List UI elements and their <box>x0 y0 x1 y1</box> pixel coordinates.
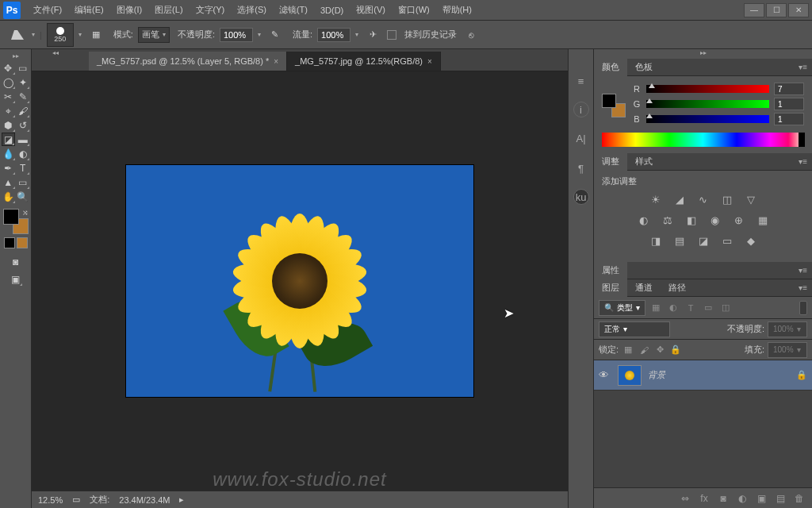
blur-tool[interactable]: 💧 <box>2 147 15 160</box>
airbrush-icon[interactable]: ✈ <box>363 25 382 44</box>
new-adjust-layer-icon[interactable]: ◐ <box>736 492 749 505</box>
tab-color[interactable]: 颜色 <box>594 59 627 76</box>
new-layer-icon[interactable]: ▤ <box>774 492 787 505</box>
curves-icon[interactable]: ∿ <box>695 192 711 206</box>
opacity-field[interactable]: 100% <box>220 28 253 42</box>
menu-view[interactable]: 视图(V) <box>350 0 392 21</box>
pen-tool[interactable]: ✒ <box>2 161 15 175</box>
fill-field[interactable]: 100% ▾ <box>768 342 807 358</box>
invert-icon[interactable]: ◨ <box>648 233 664 248</box>
brush-preset-picker[interactable]: 250 <box>47 23 74 47</box>
artboard-tool[interactable]: ▭ <box>17 61 30 75</box>
menu-select[interactable]: 选择(S) <box>231 0 273 21</box>
tab-channels[interactable]: 通道 <box>627 279 661 297</box>
healing-tool[interactable]: ⌖ <box>2 104 15 117</box>
layer-opacity-field[interactable]: 100% ▾ <box>768 321 807 337</box>
filter-pixel-icon[interactable]: ▦ <box>649 301 663 315</box>
tab-adjustments[interactable]: 调整 <box>594 153 627 171</box>
lock-all-icon[interactable]: 🔒 <box>669 344 682 356</box>
history-brush-tool[interactable]: ↺ <box>17 118 30 132</box>
link-layers-icon[interactable]: ⇔ <box>679 492 691 505</box>
threshold-icon[interactable]: ◪ <box>695 233 711 248</box>
r-slider[interactable] <box>646 85 769 93</box>
brush-panel-toggle-icon[interactable]: ▦ <box>86 25 105 44</box>
maximize-button[interactable]: ☐ <box>766 3 787 17</box>
filter-shape-icon[interactable]: ▭ <box>701 301 715 315</box>
tool-preset-chevron-icon[interactable]: ▾ <box>32 31 35 38</box>
lasso-tool[interactable]: ◯ <box>2 75 15 89</box>
menu-file[interactable]: 文件(F) <box>27 0 68 21</box>
menu-3d[interactable]: 3D(D) <box>314 0 350 21</box>
pressure-opacity-icon[interactable]: ✎ <box>266 25 285 44</box>
menu-filter[interactable]: 滤镜(T) <box>273 0 314 21</box>
lookup-icon[interactable]: ▦ <box>755 213 771 227</box>
pressure-size-icon[interactable]: ⎋ <box>462 25 481 44</box>
blend-mode-select[interactable]: 正常 ▾ <box>599 321 670 337</box>
zoom-tool[interactable]: 🔍 <box>17 190 30 203</box>
vibrance-icon[interactable]: ▽ <box>743 192 759 206</box>
lock-pixels-icon[interactable]: 🖌 <box>638 344 650 356</box>
new-group-icon[interactable]: ▣ <box>755 492 768 505</box>
adjust-panel-menu-icon[interactable]: ▾≡ <box>794 157 812 166</box>
status-menu-icon[interactable]: ▸ <box>179 495 184 505</box>
hand-tool[interactable]: ✋ <box>2 190 15 203</box>
tab-strip-collapse-icon[interactable]: ◂◂ <box>32 49 79 57</box>
r-value[interactable]: 7 <box>774 83 804 95</box>
default-colors-icon[interactable] <box>4 237 15 248</box>
tab-layers[interactable]: 图层 <box>594 279 627 297</box>
filter-smart-icon[interactable]: ◫ <box>718 301 733 315</box>
g-slider[interactable] <box>646 100 769 108</box>
layer-fx-icon[interactable]: fx <box>698 492 710 505</box>
current-tool-icon[interactable] <box>8 25 27 44</box>
gradient-tool[interactable]: ▬ <box>17 133 29 146</box>
canvas-viewport[interactable]: ➤ <box>32 71 568 491</box>
info-panel-icon[interactable]: i <box>573 102 589 117</box>
exposure-icon[interactable]: ◫ <box>719 192 735 206</box>
character-panel-icon[interactable]: A| <box>572 129 591 148</box>
panel-fg-swatch[interactable] <box>602 94 616 108</box>
alt-color-icon[interactable] <box>17 237 28 248</box>
minimize-button[interactable]: — <box>744 3 764 17</box>
color-balance-icon[interactable]: ⚖ <box>660 213 676 227</box>
eyedropper-tool[interactable]: ✎ <box>17 90 30 103</box>
magic-wand-tool[interactable]: ✦ <box>17 75 30 89</box>
document-tab-2[interactable]: _MG_5757.jpg @ 12.5%(RGB/8) × <box>287 52 441 71</box>
lock-transparency-icon[interactable]: ▦ <box>622 344 634 356</box>
delete-layer-icon[interactable]: 🗑 <box>793 492 806 505</box>
gradient-map-icon[interactable]: ▭ <box>719 233 735 248</box>
layer-thumbnail[interactable] <box>618 365 642 386</box>
screenmode-icon[interactable]: ▣ <box>9 272 22 286</box>
menu-image[interactable]: 图像(I) <box>110 0 148 21</box>
dodge-tool[interactable]: ◐ <box>17 147 30 160</box>
b-slider[interactable] <box>646 115 769 123</box>
lock-position-icon[interactable]: ✥ <box>653 344 666 356</box>
crop-tool[interactable]: ✂ <box>2 90 15 103</box>
bw-icon[interactable]: ◧ <box>684 213 699 227</box>
props-panel-menu-icon[interactable]: ▾≡ <box>794 266 812 275</box>
tab-1-close-icon[interactable]: × <box>274 57 278 66</box>
menu-layer[interactable]: 图层(L) <box>148 0 189 21</box>
shape-tool[interactable]: ▭ <box>17 175 30 189</box>
toolbox-collapse-icon[interactable]: ▸▸ <box>2 52 29 60</box>
filter-kind-select[interactable]: 🔍 类型 ▾ <box>599 300 645 316</box>
filter-type-icon[interactable]: T <box>684 301 698 315</box>
panel-collapse-icon[interactable]: ▸▸ <box>594 49 812 59</box>
b-value[interactable]: 1 <box>774 113 804 125</box>
fg-bg-swatch[interactable]: ⤭ <box>3 209 29 234</box>
menu-edit[interactable]: 编辑(E) <box>68 0 110 21</box>
paragraph-panel-icon[interactable]: ¶ <box>572 159 591 178</box>
layers-panel-menu-icon[interactable]: ▾≡ <box>794 283 812 292</box>
filter-adjust-icon[interactable]: ◐ <box>666 301 680 315</box>
color-spectrum[interactable] <box>602 133 804 147</box>
selective-color-icon[interactable]: ◆ <box>743 233 759 248</box>
menu-type[interactable]: 文字(Y) <box>190 0 232 21</box>
histogram-panel-icon[interactable]: ≡ <box>572 71 591 90</box>
layer-row-background[interactable]: 👁 背景 🔒 <box>594 360 812 391</box>
kuler-panel-icon[interactable]: ku <box>573 189 589 205</box>
path-select-tool[interactable]: ▲ <box>2 175 15 189</box>
blend-mode-select[interactable]: 画笔▾ <box>138 27 170 43</box>
tab-styles[interactable]: 样式 <box>627 153 661 171</box>
channel-mixer-icon[interactable]: ⊕ <box>731 213 747 227</box>
brightness-icon[interactable]: ☀ <box>648 192 664 206</box>
status-nav-icon[interactable]: ▭ <box>72 495 80 505</box>
